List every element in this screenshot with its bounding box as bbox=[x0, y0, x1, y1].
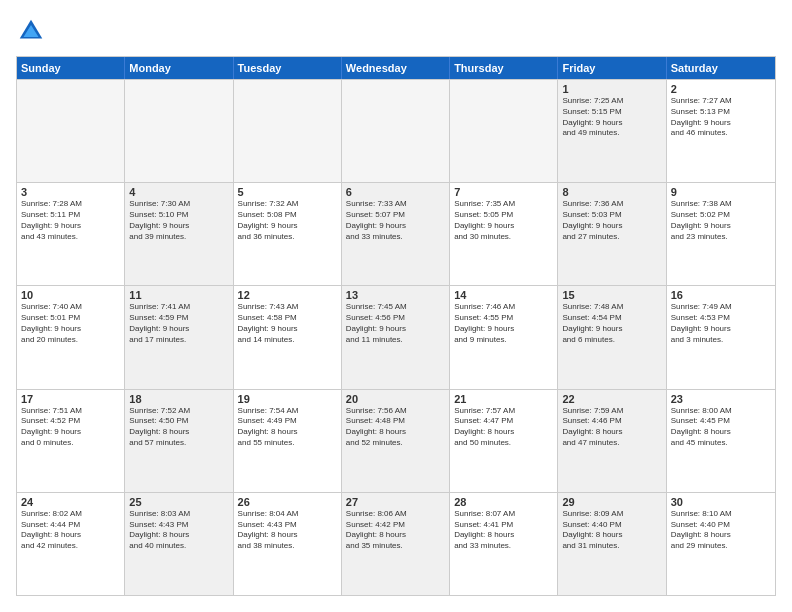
day-info: Sunrise: 7:30 AM Sunset: 5:10 PM Dayligh… bbox=[129, 199, 228, 242]
day-cell-28: 28Sunrise: 8:07 AM Sunset: 4:41 PM Dayli… bbox=[450, 493, 558, 595]
calendar-body: 1Sunrise: 7:25 AM Sunset: 5:15 PM Daylig… bbox=[17, 79, 775, 595]
day-info: Sunrise: 7:46 AM Sunset: 4:55 PM Dayligh… bbox=[454, 302, 553, 345]
day-cell-29: 29Sunrise: 8:09 AM Sunset: 4:40 PM Dayli… bbox=[558, 493, 666, 595]
calendar-row-5: 24Sunrise: 8:02 AM Sunset: 4:44 PM Dayli… bbox=[17, 492, 775, 595]
day-cell-26: 26Sunrise: 8:04 AM Sunset: 4:43 PM Dayli… bbox=[234, 493, 342, 595]
day-info: Sunrise: 7:59 AM Sunset: 4:46 PM Dayligh… bbox=[562, 406, 661, 449]
day-number: 8 bbox=[562, 186, 661, 198]
day-cell-25: 25Sunrise: 8:03 AM Sunset: 4:43 PM Dayli… bbox=[125, 493, 233, 595]
day-cell-15: 15Sunrise: 7:48 AM Sunset: 4:54 PM Dayli… bbox=[558, 286, 666, 388]
header-cell-saturday: Saturday bbox=[667, 57, 775, 79]
day-number: 28 bbox=[454, 496, 553, 508]
day-cell-10: 10Sunrise: 7:40 AM Sunset: 5:01 PM Dayli… bbox=[17, 286, 125, 388]
day-info: Sunrise: 7:32 AM Sunset: 5:08 PM Dayligh… bbox=[238, 199, 337, 242]
day-number: 5 bbox=[238, 186, 337, 198]
day-cell-24: 24Sunrise: 8:02 AM Sunset: 4:44 PM Dayli… bbox=[17, 493, 125, 595]
day-number: 14 bbox=[454, 289, 553, 301]
day-number: 22 bbox=[562, 393, 661, 405]
day-cell-30: 30Sunrise: 8:10 AM Sunset: 4:40 PM Dayli… bbox=[667, 493, 775, 595]
day-cell-27: 27Sunrise: 8:06 AM Sunset: 4:42 PM Dayli… bbox=[342, 493, 450, 595]
day-number: 24 bbox=[21, 496, 120, 508]
day-info: Sunrise: 7:33 AM Sunset: 5:07 PM Dayligh… bbox=[346, 199, 445, 242]
header-cell-thursday: Thursday bbox=[450, 57, 558, 79]
day-info: Sunrise: 7:38 AM Sunset: 5:02 PM Dayligh… bbox=[671, 199, 771, 242]
day-number: 18 bbox=[129, 393, 228, 405]
empty-cell-0-4 bbox=[450, 80, 558, 182]
day-number: 21 bbox=[454, 393, 553, 405]
header bbox=[16, 16, 776, 46]
day-cell-12: 12Sunrise: 7:43 AM Sunset: 4:58 PM Dayli… bbox=[234, 286, 342, 388]
day-info: Sunrise: 7:49 AM Sunset: 4:53 PM Dayligh… bbox=[671, 302, 771, 345]
day-cell-9: 9Sunrise: 7:38 AM Sunset: 5:02 PM Daylig… bbox=[667, 183, 775, 285]
day-cell-17: 17Sunrise: 7:51 AM Sunset: 4:52 PM Dayli… bbox=[17, 390, 125, 492]
day-number: 10 bbox=[21, 289, 120, 301]
day-number: 9 bbox=[671, 186, 771, 198]
day-info: Sunrise: 7:41 AM Sunset: 4:59 PM Dayligh… bbox=[129, 302, 228, 345]
header-cell-sunday: Sunday bbox=[17, 57, 125, 79]
day-number: 7 bbox=[454, 186, 553, 198]
day-number: 6 bbox=[346, 186, 445, 198]
day-info: Sunrise: 7:56 AM Sunset: 4:48 PM Dayligh… bbox=[346, 406, 445, 449]
day-cell-2: 2Sunrise: 7:27 AM Sunset: 5:13 PM Daylig… bbox=[667, 80, 775, 182]
day-info: Sunrise: 7:36 AM Sunset: 5:03 PM Dayligh… bbox=[562, 199, 661, 242]
day-info: Sunrise: 8:02 AM Sunset: 4:44 PM Dayligh… bbox=[21, 509, 120, 552]
day-number: 26 bbox=[238, 496, 337, 508]
empty-cell-0-0 bbox=[17, 80, 125, 182]
calendar-row-3: 10Sunrise: 7:40 AM Sunset: 5:01 PM Dayli… bbox=[17, 285, 775, 388]
day-cell-4: 4Sunrise: 7:30 AM Sunset: 5:10 PM Daylig… bbox=[125, 183, 233, 285]
day-cell-22: 22Sunrise: 7:59 AM Sunset: 4:46 PM Dayli… bbox=[558, 390, 666, 492]
logo-icon bbox=[16, 16, 46, 46]
day-info: Sunrise: 7:43 AM Sunset: 4:58 PM Dayligh… bbox=[238, 302, 337, 345]
day-info: Sunrise: 7:28 AM Sunset: 5:11 PM Dayligh… bbox=[21, 199, 120, 242]
day-info: Sunrise: 8:00 AM Sunset: 4:45 PM Dayligh… bbox=[671, 406, 771, 449]
day-number: 15 bbox=[562, 289, 661, 301]
calendar-header: SundayMondayTuesdayWednesdayThursdayFrid… bbox=[17, 57, 775, 79]
calendar-row-2: 3Sunrise: 7:28 AM Sunset: 5:11 PM Daylig… bbox=[17, 182, 775, 285]
day-number: 1 bbox=[562, 83, 661, 95]
day-cell-18: 18Sunrise: 7:52 AM Sunset: 4:50 PM Dayli… bbox=[125, 390, 233, 492]
day-cell-7: 7Sunrise: 7:35 AM Sunset: 5:05 PM Daylig… bbox=[450, 183, 558, 285]
header-cell-friday: Friday bbox=[558, 57, 666, 79]
header-cell-wednesday: Wednesday bbox=[342, 57, 450, 79]
day-cell-8: 8Sunrise: 7:36 AM Sunset: 5:03 PM Daylig… bbox=[558, 183, 666, 285]
day-cell-23: 23Sunrise: 8:00 AM Sunset: 4:45 PM Dayli… bbox=[667, 390, 775, 492]
day-info: Sunrise: 8:09 AM Sunset: 4:40 PM Dayligh… bbox=[562, 509, 661, 552]
day-number: 25 bbox=[129, 496, 228, 508]
page: SundayMondayTuesdayWednesdayThursdayFrid… bbox=[0, 0, 792, 612]
calendar-row-1: 1Sunrise: 7:25 AM Sunset: 5:15 PM Daylig… bbox=[17, 79, 775, 182]
day-info: Sunrise: 8:06 AM Sunset: 4:42 PM Dayligh… bbox=[346, 509, 445, 552]
day-number: 11 bbox=[129, 289, 228, 301]
day-number: 13 bbox=[346, 289, 445, 301]
day-info: Sunrise: 7:40 AM Sunset: 5:01 PM Dayligh… bbox=[21, 302, 120, 345]
day-number: 29 bbox=[562, 496, 661, 508]
day-cell-6: 6Sunrise: 7:33 AM Sunset: 5:07 PM Daylig… bbox=[342, 183, 450, 285]
day-cell-13: 13Sunrise: 7:45 AM Sunset: 4:56 PM Dayli… bbox=[342, 286, 450, 388]
day-number: 3 bbox=[21, 186, 120, 198]
day-info: Sunrise: 7:51 AM Sunset: 4:52 PM Dayligh… bbox=[21, 406, 120, 449]
day-info: Sunrise: 8:07 AM Sunset: 4:41 PM Dayligh… bbox=[454, 509, 553, 552]
day-number: 12 bbox=[238, 289, 337, 301]
header-cell-tuesday: Tuesday bbox=[234, 57, 342, 79]
empty-cell-0-2 bbox=[234, 80, 342, 182]
day-number: 4 bbox=[129, 186, 228, 198]
header-cell-monday: Monday bbox=[125, 57, 233, 79]
day-number: 2 bbox=[671, 83, 771, 95]
day-info: Sunrise: 8:10 AM Sunset: 4:40 PM Dayligh… bbox=[671, 509, 771, 552]
day-number: 30 bbox=[671, 496, 771, 508]
day-info: Sunrise: 8:04 AM Sunset: 4:43 PM Dayligh… bbox=[238, 509, 337, 552]
day-info: Sunrise: 7:54 AM Sunset: 4:49 PM Dayligh… bbox=[238, 406, 337, 449]
day-cell-16: 16Sunrise: 7:49 AM Sunset: 4:53 PM Dayli… bbox=[667, 286, 775, 388]
day-number: 17 bbox=[21, 393, 120, 405]
day-cell-11: 11Sunrise: 7:41 AM Sunset: 4:59 PM Dayli… bbox=[125, 286, 233, 388]
day-info: Sunrise: 7:35 AM Sunset: 5:05 PM Dayligh… bbox=[454, 199, 553, 242]
calendar: SundayMondayTuesdayWednesdayThursdayFrid… bbox=[16, 56, 776, 596]
day-info: Sunrise: 8:03 AM Sunset: 4:43 PM Dayligh… bbox=[129, 509, 228, 552]
day-info: Sunrise: 7:57 AM Sunset: 4:47 PM Dayligh… bbox=[454, 406, 553, 449]
empty-cell-0-3 bbox=[342, 80, 450, 182]
day-number: 20 bbox=[346, 393, 445, 405]
day-number: 19 bbox=[238, 393, 337, 405]
day-info: Sunrise: 7:52 AM Sunset: 4:50 PM Dayligh… bbox=[129, 406, 228, 449]
day-info: Sunrise: 7:25 AM Sunset: 5:15 PM Dayligh… bbox=[562, 96, 661, 139]
empty-cell-0-1 bbox=[125, 80, 233, 182]
day-info: Sunrise: 7:48 AM Sunset: 4:54 PM Dayligh… bbox=[562, 302, 661, 345]
